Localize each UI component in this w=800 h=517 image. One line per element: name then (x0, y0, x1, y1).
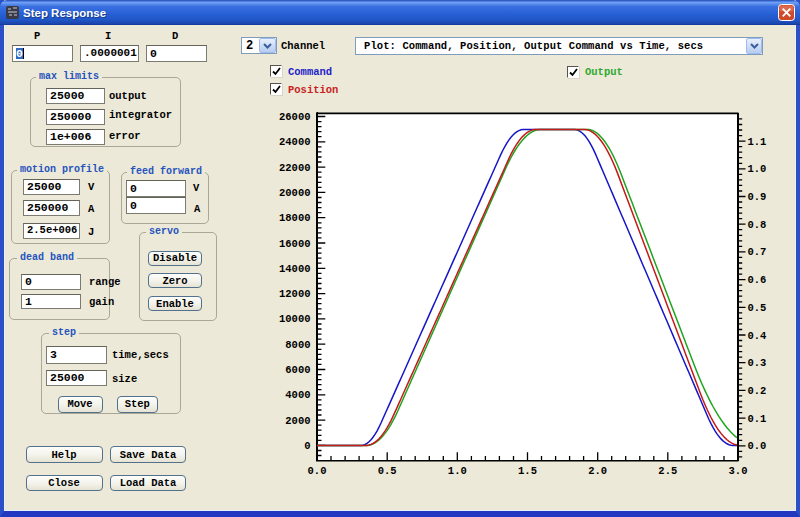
svg-text:22000: 22000 (279, 162, 311, 174)
svg-text:8000: 8000 (285, 339, 310, 351)
svg-text:0.7: 0.7 (748, 246, 767, 258)
svg-text:3.0: 3.0 (729, 465, 748, 477)
svg-text:0.3: 0.3 (748, 357, 767, 369)
svg-text:0.0: 0.0 (308, 465, 327, 477)
svg-text:14000: 14000 (279, 263, 311, 275)
svg-text:0.2: 0.2 (748, 385, 767, 397)
svg-text:6000: 6000 (285, 364, 310, 376)
svg-text:0.6: 0.6 (748, 274, 767, 286)
svg-text:0.5: 0.5 (748, 302, 767, 314)
svg-text:0.5: 0.5 (378, 465, 397, 477)
svg-text:10000: 10000 (279, 313, 311, 325)
svg-text:1.0: 1.0 (448, 465, 467, 477)
svg-text:0: 0 (304, 440, 310, 452)
svg-text:24000: 24000 (279, 136, 311, 148)
svg-text:0.4: 0.4 (748, 330, 767, 342)
svg-text:0.1: 0.1 (748, 413, 767, 425)
svg-text:4000: 4000 (285, 389, 310, 401)
svg-text:2.5: 2.5 (658, 465, 677, 477)
svg-text:26000: 26000 (279, 111, 311, 123)
svg-text:12000: 12000 (279, 288, 311, 300)
svg-text:1.1: 1.1 (748, 136, 767, 148)
svg-text:0.0: 0.0 (748, 440, 767, 452)
svg-text:1.0: 1.0 (748, 163, 767, 175)
svg-text:20000: 20000 (279, 187, 311, 199)
svg-text:0.8: 0.8 (748, 219, 767, 231)
svg-text:0.9: 0.9 (748, 191, 767, 203)
svg-text:18000: 18000 (279, 212, 311, 224)
svg-text:2000: 2000 (285, 415, 310, 427)
svg-text:1.5: 1.5 (518, 465, 537, 477)
svg-text:16000: 16000 (279, 238, 311, 250)
svg-text:2.0: 2.0 (588, 465, 607, 477)
